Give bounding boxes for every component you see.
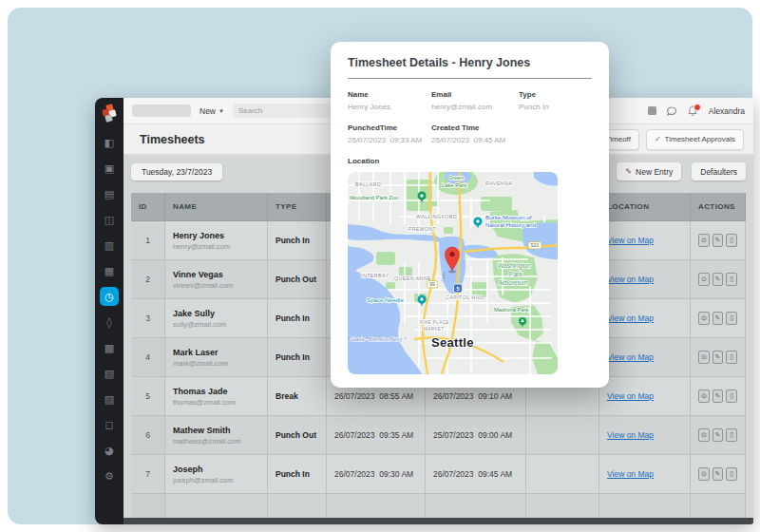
delete-row-button[interactable]: ▯: [726, 428, 737, 442]
view-on-map-link[interactable]: View on Map: [607, 236, 654, 245]
sidebar-item-documents[interactable]: ▧: [100, 364, 119, 383]
sidebar-item-recruitment[interactable]: ▣: [100, 159, 119, 178]
delete-row-button[interactable]: ▯: [726, 390, 737, 403]
sidebar-item-time-tracker[interactable]: ◷: [100, 287, 119, 306]
cell-punched-time: 26/07/2023 09:35 AM: [327, 416, 426, 455]
view-on-map-link[interactable]: View on Map: [607, 469, 654, 479]
new-entry-button[interactable]: ✎ New Entry: [617, 162, 681, 180]
check-icon: ✓: [655, 135, 661, 143]
view-row-button[interactable]: ⊙: [698, 428, 710, 442]
employee-email: mark@zmail.com: [173, 359, 228, 368]
cell-actions: [691, 494, 746, 518]
view-row-button[interactable]: ⊙: [698, 312, 710, 325]
field-name-label: Name: [348, 90, 431, 99]
field-punched-value: 26/07/2023 09:33 AM: [348, 136, 431, 144]
view-on-map-link[interactable]: View on Map: [607, 391, 654, 401]
cell-location: [599, 494, 691, 518]
field-created-label: Created Time: [431, 124, 519, 132]
cell-type: Punch Out: [268, 260, 327, 299]
employee-email: henry@zmail.com: [173, 242, 230, 251]
map-label: Seattle: [431, 335, 474, 350]
sidebar-item-reports[interactable]: ◕: [100, 441, 119, 460]
new-entry-label: New Entry: [636, 167, 673, 177]
delete-row-button[interactable]: ▯: [726, 467, 737, 481]
punched-time: 26/07/2023 09:30 AM: [334, 469, 413, 479]
notifications-bell-icon[interactable]: [687, 105, 698, 117]
cell-id: 3: [131, 299, 165, 338]
sidebar: ◧▣▤◫▥▦◷◊▩▧▨◻◕⚙: [95, 98, 124, 524]
map-label: BALLARD: [355, 181, 381, 187]
column-header-id: ID: [131, 193, 165, 221]
sidebar-item-company[interactable]: ▨: [100, 390, 119, 408]
map-label: Madrona Park: [494, 307, 529, 313]
map-label: Green: [448, 175, 464, 180]
created-time: 26/07/2023 09:10 AM: [433, 391, 512, 401]
field-type: Type Punch In: [519, 90, 592, 111]
sidebar-item-apps[interactable]: ▩: [100, 338, 119, 357]
delete-row-button[interactable]: ▯: [726, 351, 737, 364]
map-label: FREMONT: [408, 226, 436, 232]
table-row: 7Josephjoseph@zmail.comPunch In26/07/202…: [131, 455, 746, 494]
sidebar-item-tags[interactable]: ◊: [100, 313, 119, 332]
sidebar-item-compensation[interactable]: ▦: [100, 261, 119, 280]
field-email-label: Email: [431, 90, 519, 99]
sidebar-item-team[interactable]: ◫: [100, 210, 119, 229]
sidebar-item-dashboard[interactable]: ◧: [100, 133, 119, 152]
location-map[interactable]: BALLARDGreenLake ParkRAVENNAWoodland Par…: [348, 172, 558, 374]
view-on-map-link[interactable]: View on Map: [607, 275, 654, 284]
sidebar-item-organization[interactable]: ▤: [100, 184, 119, 203]
apps-grid-icon[interactable]: [647, 105, 658, 117]
cell-type: Punch In: [268, 455, 327, 494]
view-on-map-link[interactable]: View on Map: [607, 352, 654, 362]
employee-email: sully@zmail.com: [173, 320, 226, 329]
view-on-map-link[interactable]: View on Map: [607, 430, 654, 440]
delete-row-button[interactable]: ▯: [726, 312, 737, 325]
cell-location: View on Map: [599, 221, 691, 260]
edit-row-button[interactable]: ✎: [712, 467, 724, 481]
delete-row-button[interactable]: ▯: [726, 273, 737, 286]
seattle-map[interactable]: BALLARDGreenLake ParkRAVENNAWoodland Par…: [348, 172, 558, 374]
view-row-button[interactable]: ⊙: [698, 390, 710, 403]
map-label: 5: [456, 286, 459, 292]
cell-type: Break: [268, 377, 327, 416]
sidebar-item-settings[interactable]: ⚙: [100, 466, 119, 485]
cell-type: Punch Out: [268, 416, 327, 455]
edit-row-button[interactable]: ✎: [712, 273, 724, 286]
map-label: QUEEN ANNE: [394, 276, 431, 281]
edit-row-button[interactable]: ✎: [712, 351, 724, 364]
column-header-type: TYPE: [268, 193, 327, 221]
employee-name: Henry Jones: [173, 231, 224, 240]
map-label: 520: [531, 242, 540, 248]
view-on-map-link[interactable]: View on Map: [607, 314, 654, 323]
view-row-button[interactable]: ⊙: [698, 273, 710, 286]
column-header-name: NAME: [165, 193, 268, 221]
sidebar-item-directory[interactable]: ▥: [100, 236, 119, 255]
timesheet-details-modal: Timesheet Details - Henry Jones Name Hen…: [331, 42, 609, 388]
field-punched-time: PunchedTime 26/07/2023 09:33 AM: [348, 124, 431, 144]
user-name[interactable]: Alexandra: [709, 106, 745, 116]
delete-row-button[interactable]: ▯: [726, 234, 737, 247]
new-dropdown[interactable]: New ▼: [200, 106, 224, 116]
view-row-button[interactable]: ⊙: [698, 351, 710, 364]
punch-type: Punch Out: [276, 430, 316, 440]
app-logo[interactable]: [101, 104, 118, 122]
edit-row-button[interactable]: ✎: [712, 428, 724, 442]
chevron-down-icon: ▼: [218, 108, 224, 114]
map-label: INTERBAY: [361, 273, 390, 278]
cell-name: Jake Sullysully@zmail.com: [165, 299, 268, 338]
date-filter-chip[interactable]: Tuesday, 23/7/2023: [131, 163, 222, 180]
edit-row-button[interactable]: ✎: [712, 234, 724, 247]
edit-row-button[interactable]: ✎: [712, 390, 724, 403]
punch-type: Break: [276, 391, 298, 401]
chat-icon[interactable]: [667, 105, 678, 117]
timesheet-approvals-label: Timesheet Approvals: [665, 135, 735, 143]
sidebar-item-profile[interactable]: ◻: [100, 415, 119, 434]
defaulters-button[interactable]: Defaulters: [692, 162, 746, 180]
view-row-button[interactable]: ⊙: [698, 234, 710, 247]
map-label: CAPITOL HILL: [446, 294, 484, 300]
edit-row-button[interactable]: ✎: [712, 312, 724, 325]
view-row-button[interactable]: ⊙: [698, 467, 710, 481]
location-label: Location: [348, 157, 592, 165]
timesheet-approvals-button[interactable]: ✓ Timesheet Approvals: [646, 129, 744, 150]
employee-name: Mark Laser: [173, 348, 218, 357]
